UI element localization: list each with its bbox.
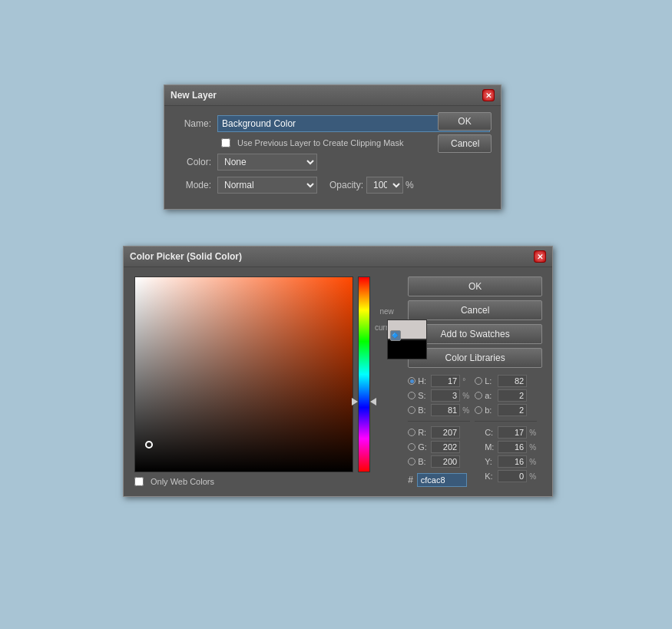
b3-label: b: xyxy=(485,406,495,415)
c-label: C: xyxy=(485,428,495,437)
r-row: R: xyxy=(408,426,470,439)
y-row: Y: % xyxy=(475,455,537,468)
color-preview-section: new 🔷 current xyxy=(375,276,399,332)
color-select[interactable]: None xyxy=(217,154,317,170)
cp-cancel-button[interactable]: Cancel xyxy=(408,300,542,320)
k-unit: % xyxy=(529,472,537,481)
new-layer-dialog: New Layer ✕ Name: Use Previous Layer to … xyxy=(164,84,502,210)
b2-label: B: xyxy=(418,457,429,466)
name-label: Name: xyxy=(175,118,217,129)
color-picker-dialog: Color Picker (Solid Color) ✕ xyxy=(123,246,553,497)
b2-input[interactable] xyxy=(431,455,460,468)
color-picker-content: new 🔷 current Only Web Colors OK xyxy=(124,267,552,496)
hue-slider-container xyxy=(358,276,370,472)
color-fields: H: ° S: % B: xyxy=(408,375,542,487)
gradient-canvas[interactable] xyxy=(134,276,353,472)
web-colors-icon: 🔷 xyxy=(390,330,401,341)
clipping-mask-checkbox[interactable] xyxy=(221,138,230,147)
b-row: B: % xyxy=(408,404,470,416)
b2-radio[interactable] xyxy=(408,458,415,465)
mode-row: Mode: Normal Opacity: 100 % xyxy=(175,177,490,194)
l-row: L: xyxy=(475,375,537,387)
a-input[interactable] xyxy=(498,389,527,402)
c-unit: % xyxy=(529,429,537,437)
hue-slider[interactable] xyxy=(358,276,370,472)
only-web-row: Only Web Colors xyxy=(134,477,399,486)
new-layer-content: Name: Use Previous Layer to Create Clipp… xyxy=(164,106,501,209)
s-row: S: % xyxy=(408,389,470,402)
y-label: Y: xyxy=(485,457,495,466)
only-web-checkbox[interactable] xyxy=(134,477,144,486)
cp-buttons: OK Cancel Add to Swatches Color Librarie… xyxy=(408,276,542,368)
color-picker-right: OK Cancel Add to Swatches Color Librarie… xyxy=(408,276,542,487)
b3-row: b: xyxy=(475,404,537,416)
new-layer-titlebar: New Layer ✕ xyxy=(164,85,501,106)
hue-arrow-left xyxy=(352,398,358,406)
m-input[interactable] xyxy=(498,441,527,453)
a-row: a: xyxy=(475,389,537,402)
gradient-dark xyxy=(135,277,353,472)
h-row: H: ° xyxy=(408,375,470,387)
h-input[interactable] xyxy=(431,375,460,387)
new-layer-close-button[interactable]: ✕ xyxy=(482,89,495,101)
s-input[interactable] xyxy=(431,389,460,402)
cp-ok-button[interactable]: OK xyxy=(408,276,542,296)
m-unit: % xyxy=(529,443,537,452)
hex-label: # xyxy=(408,475,413,485)
opacity-unit: % xyxy=(406,180,414,190)
color-picker-titlebar: Color Picker (Solid Color) ✕ xyxy=(124,247,552,267)
a-radio[interactable] xyxy=(475,392,482,399)
ok-button[interactable]: OK xyxy=(438,112,492,131)
color-libraries-button[interactable]: Color Libraries xyxy=(408,348,542,368)
s-unit: % xyxy=(462,392,470,400)
c-row: C: % xyxy=(475,426,537,439)
y-input[interactable] xyxy=(498,455,527,468)
k-input[interactable] xyxy=(498,470,527,482)
b-radio[interactable] xyxy=(408,406,415,414)
g-label: G: xyxy=(418,442,429,452)
a-label: a: xyxy=(485,391,495,400)
r-input[interactable] xyxy=(431,426,460,439)
new-label: new xyxy=(379,307,393,316)
color-gradient-area[interactable] xyxy=(134,276,353,472)
m-label: M: xyxy=(485,442,495,452)
hex-row: # xyxy=(408,473,470,487)
hue-arrow-right xyxy=(370,398,376,406)
picker-row: new 🔷 current xyxy=(134,276,399,472)
g-radio[interactable] xyxy=(408,443,415,451)
hex-input[interactable] xyxy=(417,473,467,487)
mode-select[interactable]: Normal xyxy=(217,177,317,194)
b-label: B: xyxy=(418,406,429,415)
b3-input[interactable] xyxy=(498,404,527,416)
color-label: Color: xyxy=(175,157,217,167)
clipping-mask-label: Use Previous Layer to Create Clipping Ma… xyxy=(237,138,403,147)
new-layer-title: New Layer xyxy=(170,90,217,101)
h-radio[interactable] xyxy=(408,377,415,385)
k-row: K: % xyxy=(475,470,537,482)
opacity-select[interactable]: 100 xyxy=(366,177,403,194)
r-radio[interactable] xyxy=(408,429,415,436)
l-radio[interactable] xyxy=(475,377,482,385)
color-picker-title: Color Picker (Solid Color) xyxy=(130,251,242,262)
b3-radio[interactable] xyxy=(475,406,482,414)
color-picker-left: new 🔷 current Only Web Colors xyxy=(134,276,399,487)
opacity-label: Opacity: xyxy=(329,180,363,190)
new-layer-buttons: OK Cancel xyxy=(438,112,492,153)
color-picker-close-button[interactable]: ✕ xyxy=(534,250,546,263)
cancel-button[interactable]: Cancel xyxy=(438,134,492,153)
b2-row: B: xyxy=(408,455,470,468)
y-unit: % xyxy=(529,458,537,466)
s-radio[interactable] xyxy=(408,392,415,399)
c-input[interactable] xyxy=(498,426,527,439)
mode-label: Mode: xyxy=(175,180,217,190)
add-to-swatches-button[interactable]: Add to Swatches xyxy=(408,324,542,344)
g-input[interactable] xyxy=(431,441,460,453)
m-row: M: % xyxy=(475,441,537,453)
color-current-swatch[interactable] xyxy=(387,339,427,359)
k-label: K: xyxy=(485,472,495,481)
b-input[interactable] xyxy=(431,404,460,416)
h-unit: ° xyxy=(462,377,470,386)
l-input[interactable] xyxy=(498,375,527,387)
r-label: R: xyxy=(418,428,429,437)
lab-cmyk-col: L: a: b: xyxy=(475,375,537,487)
